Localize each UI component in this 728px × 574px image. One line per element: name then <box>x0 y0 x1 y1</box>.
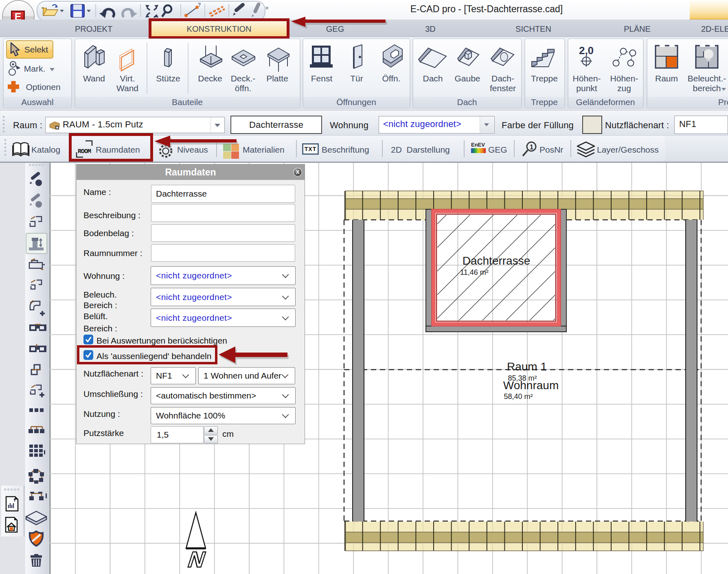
svg-text:2,0: 2,0 <box>579 44 594 57</box>
svg-text:Auswahl: Auswahl <box>21 97 53 107</box>
svg-text:bereich: bereich <box>693 83 721 93</box>
svg-text:11,46 m²: 11,46 m² <box>460 268 489 276</box>
svg-text:Platte: Platte <box>266 74 288 83</box>
svg-text:Pro: Pro <box>718 97 728 107</box>
svg-text:Mark.: Mark. <box>24 64 46 73</box>
svg-text:Geländeformen: Geländeformen <box>576 97 635 107</box>
svg-text:N: N <box>185 547 209 572</box>
svg-text:Höhen-: Höhen- <box>573 74 601 83</box>
svg-text:Optionen: Optionen <box>26 82 60 92</box>
svg-text:Wohnraum: Wohnraum <box>503 379 559 392</box>
svg-text:Wand: Wand <box>83 74 105 83</box>
svg-text:Stütze: Stütze <box>156 74 180 83</box>
svg-text:Höhen-: Höhen- <box>610 74 638 83</box>
svg-text:fenster: fenster <box>490 83 516 93</box>
svg-text:Fenst: Fenst <box>311 74 333 83</box>
svg-text:Dach-: Dach- <box>491 74 514 83</box>
svg-text:Dach: Dach <box>423 74 443 83</box>
svg-text:öffn.: öffn. <box>235 83 251 93</box>
svg-text:Raum: Raum <box>655 74 678 83</box>
svg-text:1: 1 <box>530 144 533 151</box>
svg-text:punkt: punkt <box>576 83 597 93</box>
svg-text:zug: zug <box>617 83 631 93</box>
svg-text:Dachterrasse: Dachterrasse <box>463 254 531 267</box>
svg-text:Decke: Decke <box>198 74 222 83</box>
svg-text:Virt.: Virt. <box>120 74 135 83</box>
svg-text:Treppe: Treppe <box>531 97 558 107</box>
svg-text:Treppe: Treppe <box>531 74 558 83</box>
svg-text:Deck.-: Deck.- <box>231 74 256 83</box>
svg-text:Bauteile: Bauteile <box>172 97 203 107</box>
svg-text:Öffn.: Öffn. <box>382 74 400 83</box>
svg-text:Gaube: Gaube <box>454 74 480 83</box>
svg-text:Selekt: Selekt <box>24 45 48 54</box>
svg-text:Dach: Dach <box>457 97 477 107</box>
svg-text:Wand: Wand <box>116 83 138 93</box>
svg-text:Öffnungen: Öffnungen <box>336 97 376 107</box>
svg-text:58,40 m²: 58,40 m² <box>504 392 533 401</box>
svg-text:Tür: Tür <box>350 74 363 83</box>
svg-text:Beleucht.-: Beleucht.- <box>688 74 726 83</box>
svg-text:?: ? <box>198 2 201 8</box>
svg-text:Raum 1: Raum 1 <box>507 360 547 373</box>
